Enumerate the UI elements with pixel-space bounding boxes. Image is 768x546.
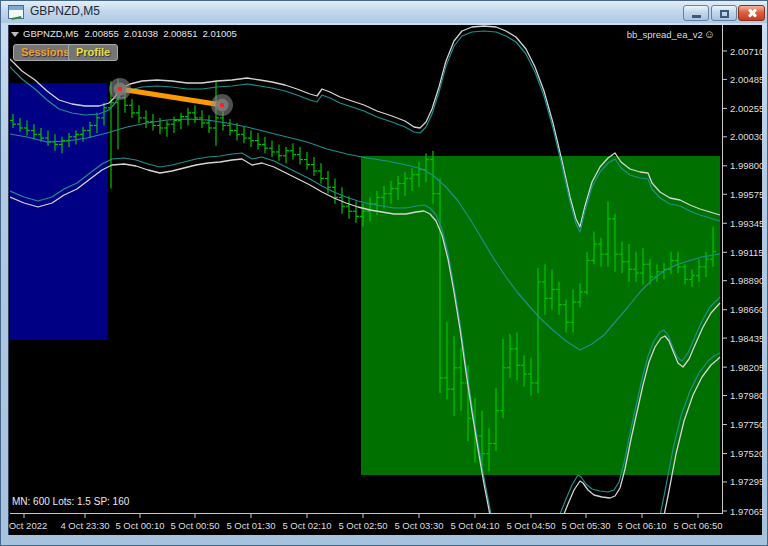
candle-bar <box>178 113 184 129</box>
candle-bar <box>269 141 275 157</box>
candle-bar <box>129 99 135 118</box>
candle-bar <box>304 152 310 170</box>
candle-bar <box>255 133 261 149</box>
candle-bar <box>136 105 142 123</box>
y-axis-label: 2.00710 <box>730 46 763 57</box>
x-axis-label: 5 Oct 06:10 <box>617 520 666 531</box>
smiley-icon[interactable]: ☺ <box>704 28 715 40</box>
trend-handle-start[interactable] <box>109 78 131 100</box>
x-axis-label: 5 Oct 00:10 <box>115 520 164 531</box>
minimize-icon <box>692 15 701 18</box>
x-axis-label: 5 Oct 02:50 <box>338 520 387 531</box>
y-axis-label: 1.98890 <box>730 275 763 286</box>
chart-ohlc-header: GBPNZD,M52.008552.010382.008512.01005 <box>11 28 242 39</box>
x-axis-label: 5 Oct 01:30 <box>226 520 275 531</box>
header-low: 2.00851 <box>163 28 197 39</box>
candle-bar <box>185 108 191 126</box>
ea-label: bb_spread_ea_v2☺ <box>627 28 715 40</box>
handle-anchor-dot <box>220 103 224 107</box>
y-axis-label: 2.00485 <box>730 74 763 85</box>
x-axis-label: 5 Oct 00:50 <box>170 520 219 531</box>
chart-client-area: 2.007102.004852.002552.000301.998001.995… <box>8 25 762 535</box>
candle-bar <box>262 137 268 153</box>
candle-bar <box>318 163 324 183</box>
candle-bar <box>227 119 233 135</box>
candle-bar <box>192 105 198 123</box>
window-title: GBPNZD,M5 <box>30 4 100 18</box>
header-symbol: GBPNZD,M5 <box>23 28 78 39</box>
y-axis-label: 1.99115 <box>730 247 763 258</box>
y-axis-label: 1.97750 <box>730 419 763 430</box>
y-axis-label: 1.98205 <box>730 362 763 373</box>
trend-line[interactable] <box>120 89 222 105</box>
app-window: GBPNZD,M5 2.007102.004852.002552.000301.… <box>0 0 768 546</box>
y-axis-label: 2.00030 <box>730 131 763 142</box>
plot-layer <box>10 26 720 535</box>
candle-bar <box>143 110 149 128</box>
maximize-icon <box>720 10 729 18</box>
candle-bar <box>297 147 303 165</box>
minimize-button[interactable] <box>683 5 709 21</box>
x-axis-label: 5 Oct 03:30 <box>394 520 443 531</box>
y-axis-label: 1.97065 <box>730 506 763 517</box>
x-axis-label: 5 Oct 05:30 <box>561 520 610 531</box>
ea-name: bb_spread_ea_v2 <box>627 29 703 40</box>
green-session-box <box>361 156 720 475</box>
candle-bar <box>290 143 296 159</box>
x-axis-label: 4 Oct 2022 <box>9 520 47 531</box>
y-axis-label: 1.98435 <box>730 333 763 344</box>
window-titlebar[interactable]: GBPNZD,M5 <box>1 1 767 23</box>
candle-bar <box>248 131 254 147</box>
y-axis-label: 1.97520 <box>730 448 763 459</box>
handle-anchor-dot <box>118 87 122 91</box>
x-axis-label: 5 Oct 04:10 <box>450 520 499 531</box>
y-axis-label: 1.99345 <box>730 218 763 229</box>
candle-bar <box>353 201 359 222</box>
status-text: MN: 600 Lots: 1.5 SP: 160 <box>12 496 129 507</box>
blue-session-box <box>10 83 107 340</box>
chart-window-icon <box>8 5 24 19</box>
profile-button[interactable]: Profile <box>68 44 118 61</box>
candle-bar <box>241 127 247 143</box>
candle-bar <box>276 144 282 160</box>
x-axis-label: 5 Oct 06:50 <box>673 520 722 531</box>
trend-handle-end[interactable] <box>211 94 233 116</box>
header-high: 2.01038 <box>124 28 158 39</box>
y-axis-label: 2.00255 <box>730 103 763 114</box>
x-axis-label: 5 Oct 02:10 <box>282 520 331 531</box>
y-axis-label: 1.97980 <box>730 390 763 401</box>
y-axis-label: 1.99575 <box>730 189 763 200</box>
candle-bar <box>283 147 289 163</box>
candle-bar <box>164 120 170 136</box>
y-axis-label: 1.97295 <box>730 476 763 487</box>
candle-bar <box>311 157 317 176</box>
header-open: 2.00855 <box>84 28 118 39</box>
x-axis-label: 4 Oct 23:30 <box>60 520 109 531</box>
header-close: 2.01005 <box>202 28 236 39</box>
candle-bar <box>206 115 212 133</box>
y-axis-label: 1.99800 <box>730 160 763 171</box>
x-axis-label: 5 Oct 04:50 <box>506 520 555 531</box>
chart-surface[interactable]: 2.007102.004852.002552.000301.998001.995… <box>9 25 763 535</box>
chevron-down-icon[interactable] <box>11 32 19 37</box>
candle-bar <box>346 196 352 219</box>
y-axis-label: 1.98660 <box>730 304 763 315</box>
maximize-button[interactable] <box>711 5 737 21</box>
close-button[interactable] <box>738 5 765 21</box>
close-icon <box>747 8 757 18</box>
